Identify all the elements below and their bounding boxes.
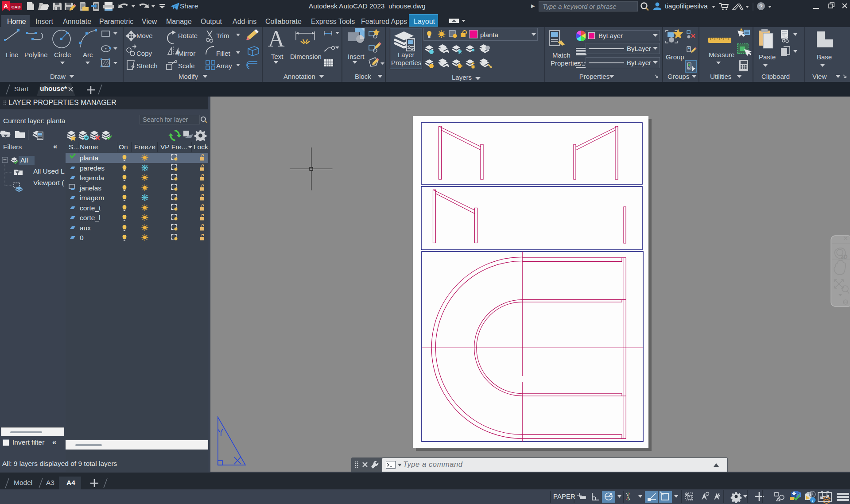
svg-text:Text: Text — [271, 53, 283, 60]
svg-text:Copy: Copy — [136, 50, 152, 57]
svg-text:A: A — [268, 27, 285, 51]
svg-text:2D: 2D — [841, 254, 848, 260]
svg-text:Measure: Measure — [709, 51, 734, 58]
svg-text:Stretch: Stretch — [136, 62, 158, 70]
svg-text:Block: Block — [355, 73, 371, 80]
svg-text:Draw: Draw — [50, 73, 66, 80]
svg-text:Mirror: Mirror — [178, 50, 195, 57]
svg-text:Trim: Trim — [216, 32, 229, 39]
svg-text:Paste: Paste — [759, 53, 776, 61]
svg-text:Annotation: Annotation — [283, 73, 315, 80]
svg-text:Group: Group — [666, 53, 684, 61]
svg-text:Dimension: Dimension — [290, 53, 322, 60]
svg-text:?: ? — [759, 3, 763, 10]
svg-text:Base: Base — [817, 53, 832, 61]
svg-text:Utilities: Utilities — [710, 73, 731, 80]
svg-text:Line: Line — [6, 51, 18, 58]
svg-text:Groups: Groups — [668, 73, 689, 80]
svg-text:Insert: Insert — [348, 53, 365, 60]
svg-text:Move: Move — [136, 32, 153, 39]
svg-text:Modify: Modify — [179, 73, 198, 80]
svg-text:Scale: Scale — [178, 62, 195, 70]
svg-text:Properties: Properties — [579, 73, 609, 80]
svg-text:Arc: Arc — [83, 51, 93, 58]
svg-text:View: View — [812, 73, 827, 80]
svg-text:Circle: Circle — [54, 51, 71, 58]
svg-text:Rotate: Rotate — [178, 32, 198, 39]
svg-text:Array: Array — [216, 62, 232, 70]
svg-text:A: A — [4, 3, 8, 9]
svg-text:Fillet: Fillet — [216, 50, 231, 57]
svg-text:Polyline: Polyline — [24, 51, 48, 58]
svg-text:CAD: CAD — [12, 4, 21, 9]
svg-text:Clipboard: Clipboard — [761, 73, 790, 80]
